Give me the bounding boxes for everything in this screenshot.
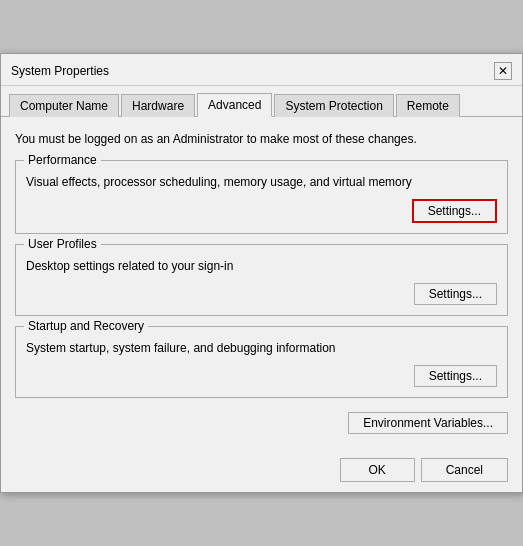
content-area: You must be logged on as an Administrato… bbox=[1, 117, 522, 450]
performance-settings-button[interactable]: Settings... bbox=[412, 199, 497, 223]
tab-system-protection[interactable]: System Protection bbox=[274, 94, 393, 117]
user-profiles-desc: Desktop settings related to your sign-in bbox=[26, 257, 497, 275]
ok-button[interactable]: OK bbox=[340, 458, 415, 482]
performance-desc: Visual effects, processor scheduling, me… bbox=[26, 173, 497, 191]
startup-recovery-settings-button[interactable]: Settings... bbox=[414, 365, 497, 387]
tab-bar: Computer Name Hardware Advanced System P… bbox=[1, 86, 522, 117]
environment-variables-button[interactable]: Environment Variables... bbox=[348, 412, 508, 434]
performance-section: Performance Visual effects, processor sc… bbox=[15, 160, 508, 234]
tab-remote[interactable]: Remote bbox=[396, 94, 460, 117]
performance-title: Performance bbox=[24, 153, 101, 167]
window-title: System Properties bbox=[11, 64, 109, 78]
user-profiles-settings-button[interactable]: Settings... bbox=[414, 283, 497, 305]
tab-hardware[interactable]: Hardware bbox=[121, 94, 195, 117]
startup-recovery-title: Startup and Recovery bbox=[24, 319, 148, 333]
user-profiles-section: User Profiles Desktop settings related t… bbox=[15, 244, 508, 316]
bottom-bar: OK Cancel bbox=[1, 450, 522, 492]
user-profiles-title: User Profiles bbox=[24, 237, 101, 251]
info-text: You must be logged on as an Administrato… bbox=[15, 131, 508, 148]
startup-recovery-section: Startup and Recovery System startup, sys… bbox=[15, 326, 508, 398]
system-properties-window: System Properties ✕ Computer Name Hardwa… bbox=[0, 53, 523, 493]
title-bar-controls: ✕ bbox=[494, 62, 512, 80]
tab-advanced[interactable]: Advanced bbox=[197, 93, 272, 117]
close-button[interactable]: ✕ bbox=[494, 62, 512, 80]
cancel-button[interactable]: Cancel bbox=[421, 458, 508, 482]
tab-computer-name[interactable]: Computer Name bbox=[9, 94, 119, 117]
startup-recovery-desc: System startup, system failure, and debu… bbox=[26, 339, 497, 357]
title-bar: System Properties ✕ bbox=[1, 54, 522, 86]
close-icon: ✕ bbox=[498, 64, 508, 78]
